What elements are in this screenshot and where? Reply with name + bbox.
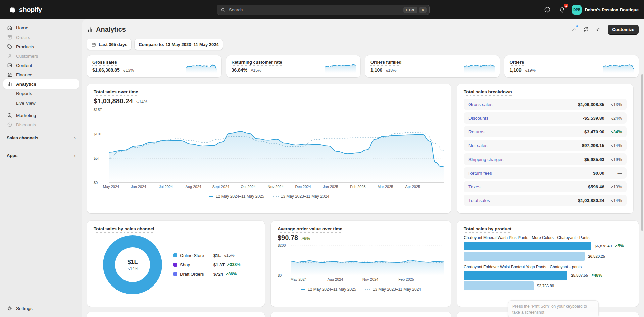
metric-change: ↘18%: [385, 68, 396, 73]
total-sales-chart[interactable]: $15T$10T$5T$0: [94, 110, 444, 183]
global-search[interactable]: CTRL K: [217, 5, 430, 15]
breakdown-row-net-sales[interactable]: Net sales$97,298.15↘14%: [464, 140, 627, 151]
chart-title[interactable]: Total sales over time: [94, 89, 444, 94]
x-axis-labels: May 2024Aug 2024Nov 2024Feb 2025: [291, 277, 444, 282]
sidebar-item-label: Finance: [16, 72, 32, 77]
x-axis-tick: Jan 2025: [323, 185, 338, 189]
metric-card-returning-customer-rate[interactable]: Returning customer rate36.84%↗15%: [226, 55, 361, 77]
notifications-button[interactable]: 1: [557, 5, 567, 15]
sidebar-section-apps[interactable]: Apps ›: [3, 151, 79, 160]
sidebar-item-settings[interactable]: Settings: [3, 304, 79, 313]
x-axis-tick: Apr 2025: [405, 185, 420, 189]
vertical-scrollbar-thumb[interactable]: [641, 74, 643, 231]
breakdown-row-value: $0.00: [593, 171, 604, 176]
aov-title[interactable]: Average order value over time: [278, 226, 444, 231]
legend-label: 12 May 2024–11 May 2025: [216, 194, 264, 199]
customize-button[interactable]: Customize: [608, 25, 639, 35]
metric-card-orders[interactable]: Orders1,109↘19%: [504, 55, 639, 77]
sidebar-item-label: Analytics: [16, 82, 36, 87]
breakdown-row-value: $5,985.63: [584, 157, 604, 162]
breakdown-row-link[interactable]: Shipping charges: [468, 157, 584, 162]
section-label: Apps: [7, 153, 18, 158]
breakdown-row-link[interactable]: Total sales: [468, 198, 578, 203]
search-input[interactable]: [228, 7, 402, 13]
legend-swatch: [173, 253, 177, 257]
channel-title[interactable]: Total sales by sales channel: [94, 226, 258, 231]
metric-sparkline: [603, 62, 634, 73]
refresh-button[interactable]: [581, 24, 591, 35]
breakdown-row-shipping-charges[interactable]: Shipping charges$5,985.63↘19%: [464, 153, 627, 165]
metric-change: ↗15%: [250, 68, 261, 73]
products-title[interactable]: Total sales by product: [464, 226, 632, 231]
shopify-bag-icon: [9, 6, 17, 14]
legend-dotted-swatch: [365, 289, 370, 290]
sidekick-assistant-button[interactable]: [542, 5, 552, 15]
store-menu[interactable]: DPB Debra's Passion Boutique: [572, 5, 639, 15]
aov-chart[interactable]: $200$0: [278, 245, 444, 275]
breakdown-row-link[interactable]: Discounts: [468, 116, 583, 121]
breakdown-title[interactable]: Total sales breakdown: [464, 89, 627, 94]
insights-button[interactable]: [569, 24, 579, 35]
breakdown-row-link[interactable]: Returns: [468, 129, 583, 134]
chart-legend: 12 May 2024–11 May 202513 May 2023–11 Ma…: [94, 194, 444, 199]
breakdown-row-change: ↗13%: [610, 185, 622, 189]
sidebar-section-sales-channels[interactable]: Sales channels ›: [3, 133, 79, 142]
sidebar-item-analytics[interactable]: Analytics: [3, 79, 79, 89]
sales-by-product-card: Total sales by product Chatoyant Mineral…: [457, 221, 639, 307]
home-icon: [7, 25, 13, 31]
breakdown-row-gross-sales[interactable]: Gross sales$1,06,308.85↘13%: [464, 99, 627, 110]
partial-card-0[interactable]: Sessions over time: [87, 312, 265, 317]
metric-card-gross-sales[interactable]: Gross sales$1,06,308.85↘13%: [87, 55, 221, 77]
breakdown-row-link[interactable]: Gross sales: [468, 102, 578, 107]
magic-wand-icon: [571, 26, 577, 33]
sidebar-item-label: Customers: [16, 54, 38, 59]
y-axis-tick: $200: [278, 243, 286, 247]
fullscreen-button[interactable]: [593, 24, 603, 35]
sidebar-item-home[interactable]: Home: [3, 23, 79, 33]
date-range-button[interactable]: Last 365 days: [87, 39, 131, 50]
breakdown-row-taxes[interactable]: Taxes$596.46↗13%: [464, 181, 627, 192]
breakdown-row-total-sales[interactable]: Total sales$1,03,880.24↘14%: [464, 195, 627, 206]
legend-swatch: [173, 263, 177, 267]
search-icon: [220, 7, 226, 12]
sidebar-item-customers[interactable]: Customers: [3, 51, 79, 61]
shopify-logo[interactable]: shopify: [9, 6, 42, 14]
breakdown-row-return-fees[interactable]: Return fees$0.00—: [464, 167, 627, 179]
sidebar-item-finance[interactable]: Finance: [3, 70, 79, 79]
donut-center: $1L ↘14%: [115, 247, 150, 282]
aov-value: $90.78: [278, 234, 298, 242]
x-axis-tick: Nov 2024: [362, 277, 378, 281]
page-title-text: Analytics: [96, 26, 126, 34]
sidebar-item-label: Reports: [16, 91, 32, 96]
breakdown-row-value: $1,06,308.85: [578, 102, 604, 107]
breakdown-row-value: -$3,470.90: [583, 129, 604, 134]
product-row[interactable]: Chatoyant Foldover Waist Bootcut Yoga Pa…: [464, 265, 632, 290]
metric-card-orders-fulfilled[interactable]: Orders fulfilled1,106↘18%: [365, 55, 500, 77]
channel-legend-draft-orders: Draft Orders$724↗86%: [173, 271, 240, 277]
sidebar-item-reports[interactable]: Reports: [3, 89, 79, 98]
metric-sparkline: [464, 62, 495, 73]
compare-to-button[interactable]: Compare to: 13 May 2023–11 May 2024: [135, 39, 222, 50]
gear-icon: [7, 305, 13, 311]
sidebar-item-content[interactable]: Content: [3, 61, 79, 70]
legend-item: 12 May 2024–11 May 2025: [301, 287, 356, 292]
breakdown-row-link[interactable]: Net sales: [468, 143, 582, 148]
sidebar-item-products[interactable]: Products: [3, 42, 79, 51]
current-period-bar: [464, 242, 591, 250]
sidebar-item-discounts[interactable]: Discounts: [3, 120, 79, 129]
logo-text: shopify: [19, 6, 42, 14]
partial-card-1[interactable]: Conversion rate over time: [271, 312, 451, 317]
breakdown-row-discounts[interactable]: Discounts-$5,539.80↘24%: [464, 112, 627, 124]
channel-donut-chart[interactable]: $1L ↘14%: [103, 235, 162, 294]
sidebar-item-marketing[interactable]: Marketing: [3, 111, 79, 120]
sidebar-item-live-view[interactable]: Live View: [3, 98, 79, 108]
breakdown-row-link[interactable]: Taxes: [468, 184, 588, 189]
sidebar-item-orders[interactable]: Orders: [3, 33, 79, 42]
aov-change: ↗5%: [301, 236, 310, 241]
notification-dot: [576, 25, 578, 27]
breakdown-row-link[interactable]: Return fees: [468, 171, 593, 176]
product-row[interactable]: Chatoyant Mineral Wash Plus Pants - More…: [464, 235, 632, 261]
breakdown-row-returns[interactable]: Returns-$3,470.90↘34%: [464, 126, 627, 137]
legend-label: 13 May 2023–11 May 2024: [373, 287, 422, 292]
x-axis-tick: May 2024: [291, 277, 307, 281]
